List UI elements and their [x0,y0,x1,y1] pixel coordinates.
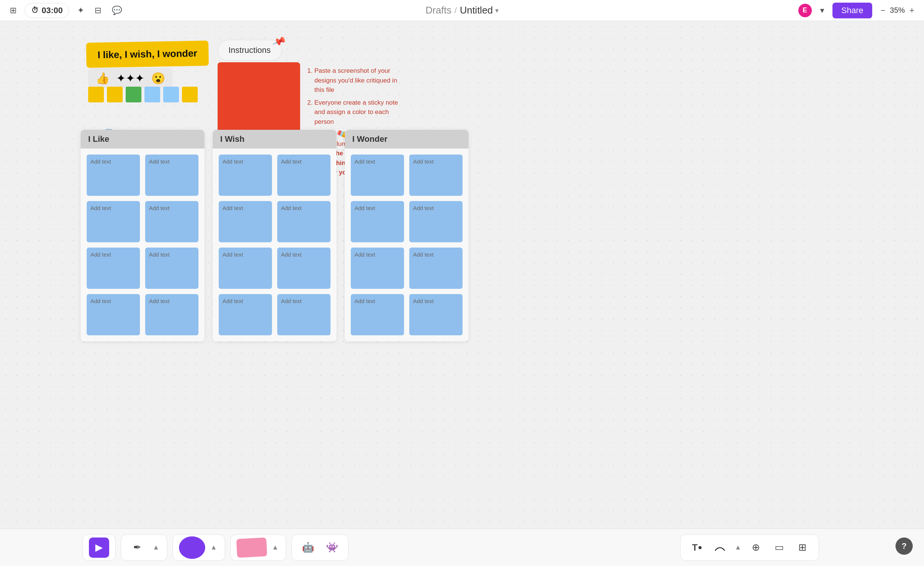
columns-container: I Like Add text Add text Add text Add te… [81,130,469,341]
sticky-preview-row [88,87,208,102]
column-i-like-body: Add text Add text Add text Add text Add … [81,149,204,341]
bottom-toolbar: ▶ ✒ ▲ ▲ ▲ 🤖 👾 T ▲ ⊕ ▭ ⊞ [0,528,924,566]
zoom-out-button[interactable]: − [878,3,888,18]
zoom-in-button[interactable]: + [907,3,916,18]
instruction-2: Everyone create a sticky note and assign… [314,98,405,127]
sticky-wish-4[interactable]: Add text [277,201,331,242]
breadcrumb-separator: / [455,6,457,15]
sticky-wonder-4[interactable]: Add text [409,201,463,242]
doc-title[interactable]: Untitled ▾ [460,5,499,16]
sticky-wonder-6[interactable]: Add text [409,248,463,289]
sticky-like-3[interactable]: Add text [87,201,140,242]
sticky-wonder-7[interactable]: Add text [351,294,404,335]
sticky-yellow-1 [88,87,104,102]
column-i-wish-header: I Wish [213,130,337,149]
pink-expand-button[interactable]: ▲ [270,542,280,553]
instructions-card: Instructions 📌 [218,40,338,65]
share-button[interactable]: Share [832,3,873,18]
sticky-wish-3[interactable]: Add text [219,201,272,242]
pen-section: ✒ ▲ [121,534,167,561]
shape-section: ▲ [173,534,225,561]
column-i-wonder-body: Add text Add text Add text Add text Add … [345,149,469,341]
liww-card: I like, I wish, I wonder [86,41,209,68]
column-i-like-header: I Like [81,130,204,149]
sticky-wish-7[interactable]: Add text [219,294,272,335]
purple-shape-tool[interactable] [179,536,205,559]
timer-display: 03:00 [42,6,63,15]
sticky-wonder-8[interactable]: Add text [409,294,463,335]
sticky-like-8[interactable]: Add text [145,294,198,335]
instruction-1: Paste a screenshot of your designs you'd… [314,66,405,95]
sticky-like-7[interactable]: Add text [87,294,140,335]
icon-row: 👍 ✦✦✦ 😮 [88,68,173,89]
sticky-like-4[interactable]: Add text [145,201,198,242]
ai-button[interactable]: ✦ [75,3,86,18]
column-i-wonder-header: I Wonder [345,130,469,149]
sticky-blue-2 [163,87,179,102]
sticky-like-5[interactable]: Add text [87,248,140,289]
timer-badge: ⏱ 03:00 [25,3,69,18]
stamp-tool-button[interactable]: ⊕ [746,537,766,558]
sticky-wonder-1[interactable]: Add text [351,155,404,196]
sticky-wish-8[interactable]: Add text [277,294,331,335]
shocked-icon: 😮 [151,72,165,85]
pen-tool-button[interactable]: ✒ [127,537,147,558]
sticky-wonder-3[interactable]: Add text [351,201,404,242]
column-i-wonder: I Wonder Add text Add text Add text Add … [345,130,469,341]
sticky-wish-5[interactable]: Add text [219,248,272,289]
right-tools-section: T ▲ ⊕ ▭ ⊞ [680,534,819,561]
column-i-wish-title: I Wish [220,134,245,144]
sticky-wish-6[interactable]: Add text [277,248,331,289]
pin-icon: 📌 [271,34,287,49]
column-i-wish-body: Add text Add text Add text Add text Add … [213,149,337,341]
sticky-blue-1 [144,87,160,102]
sticky-wish-2[interactable]: Add text [277,155,331,196]
frame-tool-button[interactable]: ▭ [769,537,789,558]
sticky-like-1[interactable]: Add text [87,155,140,196]
cursor-tool-button[interactable]: ▶ [89,537,109,558]
sticky-like-2[interactable]: Add text [145,155,198,196]
avatar-dropdown-button[interactable]: ▾ [818,3,826,18]
toolbar-left: ⊞ ⏱ 03:00 ✦ ⊟ 💬 [8,3,124,18]
column-i-like: I Like Add text Add text Add text Add te… [81,130,204,341]
instructions-button[interactable]: Instructions 📌 [218,40,282,61]
tools-menu-button[interactable]: ⊞ [8,3,19,18]
sticky-green-1 [126,87,141,102]
table-tool-button[interactable]: ⊞ [792,537,813,558]
shape-expand-button[interactable]: ▲ [209,542,219,553]
connector-tool-button[interactable] [710,537,730,558]
top-toolbar: ⊞ ⏱ 03:00 ✦ ⊟ 💬 Drafts / Untitled ▾ E ▾ … [0,0,924,21]
sticky-yellow-3 [182,87,198,102]
canvas[interactable]: I like, I wish, I wonder 👍 ✦✦✦ 😮 Instruc… [0,21,924,528]
sticky-wish-1[interactable]: Add text [219,155,272,196]
column-i-like-title: I Like [88,134,109,144]
zoom-level: 35% [890,6,905,15]
connector-expand-button[interactable]: ▲ [733,542,743,553]
stars-icon: ✦✦✦ [116,72,144,85]
text-tool-button[interactable]: T [687,537,707,558]
avatar: E [798,4,812,17]
sticky-wonder-5[interactable]: Add text [351,248,404,289]
column-i-wonder-title: I Wonder [352,134,388,144]
comment-button[interactable]: 💬 [110,3,124,18]
toolbar-center: Drafts / Untitled ▾ [425,5,499,16]
sticky-yellow-2 [107,87,123,102]
breadcrumb-drafts[interactable]: Drafts [425,5,451,16]
layout-button[interactable]: ⊟ [92,3,104,18]
zoom-controls: − 35% + [878,3,916,18]
cursor-section: ▶ [83,534,116,561]
sticker-monster-button[interactable]: 👾 [322,537,342,558]
stickers-section: 🤖 👾 [291,534,349,561]
sticky-wonder-2[interactable]: Add text [409,155,463,196]
column-i-wish: I Wish Add text Add text Add text Add te… [213,130,337,341]
pen-expand-button[interactable]: ▲ [151,542,161,553]
sticky-like-6[interactable]: Add text [145,248,198,289]
pink-section: ▲ [230,534,287,561]
pink-shape-tool[interactable] [236,537,267,557]
help-button[interactable]: ? [895,537,913,555]
thumbs-up-icon: 👍 [96,72,110,85]
red-rectangle [218,62,300,137]
sticker-robot-button[interactable]: 🤖 [298,537,318,558]
toolbar-right: E ▾ Share − 35% + [798,3,916,18]
